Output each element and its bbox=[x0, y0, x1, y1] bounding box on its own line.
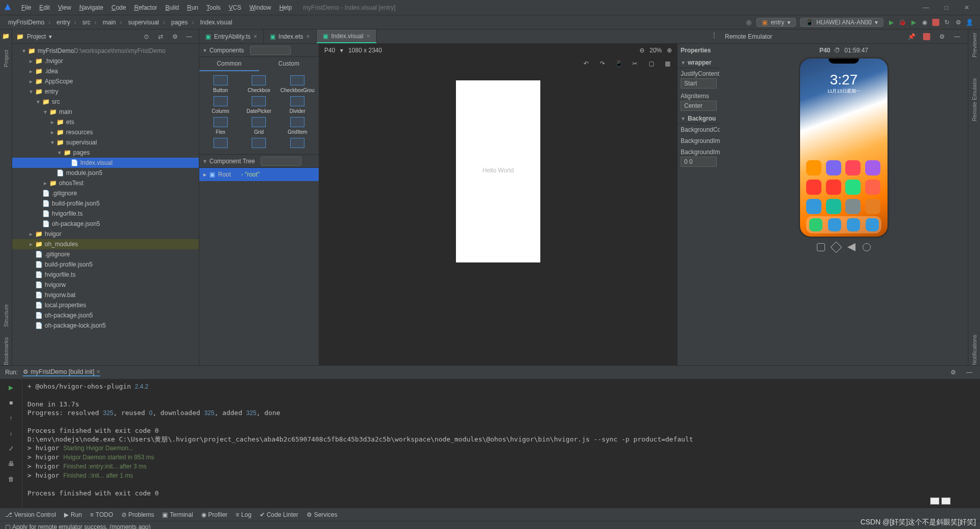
tree-item[interactable]: ▸📁.idea bbox=[12, 66, 199, 76]
bottom-tab-todo[interactable]: ≡TODO bbox=[90, 511, 113, 518]
breadcrumb[interactable]: pages bbox=[168, 19, 197, 26]
hide-panel-icon[interactable]: — bbox=[183, 31, 195, 42]
emulator-home-button[interactable] bbox=[831, 242, 842, 253]
grid-icon[interactable]: ▦ bbox=[662, 58, 673, 69]
component-item[interactable] bbox=[278, 138, 317, 150]
dock-app-icon[interactable] bbox=[847, 218, 860, 231]
app-icon[interactable] bbox=[865, 160, 880, 175]
app-icon[interactable] bbox=[845, 160, 861, 175]
menu-build[interactable]: Build bbox=[161, 4, 183, 11]
tab-custom[interactable]: Custom bbox=[259, 57, 319, 71]
bottom-tab-terminal[interactable]: ▣Terminal bbox=[162, 511, 193, 518]
bottom-tab-code-linter[interactable]: ✔Code Linter bbox=[260, 511, 298, 518]
run-button[interactable]: ▶ bbox=[885, 17, 897, 28]
tab-menu-icon[interactable]: ⋮ bbox=[709, 30, 720, 41]
property-value[interactable]: Start bbox=[681, 78, 717, 89]
tree-item[interactable]: ▸📁ohosTest bbox=[12, 178, 199, 188]
cut-icon[interactable]: ✂ bbox=[629, 58, 640, 69]
emulator-circle-button[interactable] bbox=[863, 243, 871, 251]
component-item[interactable]: DatePicker bbox=[240, 96, 279, 114]
tree-item[interactable]: ▾📁entry bbox=[12, 86, 199, 97]
editor-tab[interactable]: ▣EntryAbility.ts× bbox=[199, 30, 264, 43]
coverage-button[interactable]: ▶ bbox=[908, 17, 919, 28]
stop-run-button[interactable]: ■ bbox=[6, 397, 17, 408]
bottom-tab-version-control[interactable]: ⎇Version Control bbox=[5, 511, 56, 518]
menu-edit[interactable]: Edit bbox=[35, 4, 54, 11]
tree-item[interactable]: 📄oh-package.json5 bbox=[12, 219, 199, 229]
emulator-rail-label[interactable]: Remote Emulator bbox=[971, 78, 977, 122]
settings-icon[interactable]: ⚙ bbox=[953, 17, 964, 28]
zoom-out-icon[interactable]: ⊖ bbox=[639, 47, 645, 54]
canvas-device[interactable]: P40 bbox=[324, 47, 335, 54]
tree-item[interactable]: 📄hvigorfile.ts bbox=[12, 209, 199, 219]
structure-rail-label[interactable]: Structure bbox=[3, 304, 9, 327]
target-icon[interactable]: ◎ bbox=[743, 17, 754, 28]
undo-icon[interactable]: ↶ bbox=[580, 58, 592, 69]
project-rail-label[interactable]: Project bbox=[3, 50, 9, 67]
app-icon[interactable] bbox=[865, 199, 880, 214]
component-item[interactable]: Flex bbox=[201, 117, 240, 135]
tree-item[interactable]: ▸📁.hvigor bbox=[12, 56, 199, 66]
tree-item[interactable]: 📄module.json5 bbox=[12, 168, 199, 178]
app-icon[interactable] bbox=[806, 160, 821, 175]
tree-item[interactable]: ▸📁ets bbox=[12, 117, 199, 127]
select-opened-icon[interactable]: ⊙ bbox=[141, 31, 152, 42]
breadcrumb[interactable]: entry bbox=[53, 19, 79, 26]
bottom-tab-profiler[interactable]: ◉Profiler bbox=[201, 511, 228, 518]
bottom-tab-problems[interactable]: ⊘Problems bbox=[121, 511, 155, 518]
breadcrumb[interactable]: supervisual bbox=[125, 19, 168, 26]
bookmarks-rail-label[interactable]: Bookmarks bbox=[3, 337, 9, 365]
settings-icon[interactable]: ⚙ bbox=[169, 31, 180, 42]
breadcrumb[interactable]: myFristDemo bbox=[5, 19, 53, 26]
project-tool-icon[interactable]: 📁 bbox=[2, 33, 10, 40]
tree-item[interactable]: 📄hvigorw bbox=[12, 280, 199, 290]
print-icon[interactable]: 🖶 bbox=[6, 458, 17, 469]
component-item[interactable] bbox=[201, 138, 240, 150]
menu-help[interactable]: Help bbox=[275, 4, 296, 11]
tree-item[interactable]: ▾📁supervisual bbox=[12, 137, 199, 148]
run-settings-icon[interactable]: ⚙ bbox=[947, 367, 959, 378]
bottom-tab-log[interactable]: ≡Log bbox=[236, 511, 252, 518]
up-stack-icon[interactable]: ↑ bbox=[6, 413, 17, 424]
emulator-recents-button[interactable] bbox=[817, 243, 825, 251]
module-selector[interactable]: ▣entry▾ bbox=[756, 18, 796, 27]
component-item[interactable] bbox=[240, 138, 279, 150]
tree-item[interactable]: 📄build-profile.json5 bbox=[12, 198, 199, 209]
bottom-tab-run[interactable]: ▶Run bbox=[64, 511, 82, 518]
tree-item[interactable]: 📄hvigorw.bat bbox=[12, 290, 199, 300]
app-icon[interactable] bbox=[865, 180, 880, 195]
dock-app-icon[interactable] bbox=[828, 218, 841, 231]
previewer-rail-label[interactable]: Previewer bbox=[971, 33, 977, 57]
app-icon[interactable] bbox=[826, 160, 841, 175]
pin-icon[interactable]: 📌 bbox=[906, 31, 917, 42]
breadcrumb[interactable]: Index.visual bbox=[197, 19, 235, 26]
component-search[interactable] bbox=[250, 46, 291, 55]
tree-item[interactable]: ▾📁main bbox=[12, 107, 199, 117]
breadcrumb[interactable]: src bbox=[79, 19, 100, 26]
tree-item[interactable]: 📄oh-package.json5 bbox=[12, 310, 199, 320]
menu-view[interactable]: View bbox=[54, 4, 75, 11]
debug-button[interactable]: 🐞 bbox=[897, 17, 908, 28]
dock-app-icon[interactable] bbox=[809, 218, 822, 231]
component-item[interactable]: Checkbox bbox=[240, 75, 279, 93]
tree-item[interactable]: 📄.gitignore bbox=[12, 188, 199, 198]
redo-icon[interactable]: ↷ bbox=[597, 58, 608, 69]
stop-button[interactable] bbox=[932, 19, 939, 26]
component-tree-root[interactable]: ▸▣ Root - "root" bbox=[199, 168, 319, 181]
tree-item[interactable]: 📄.gitignore bbox=[12, 249, 199, 259]
app-icon[interactable] bbox=[826, 199, 841, 214]
emulator-screen[interactable]: 3:27 11月13日星期一 bbox=[799, 57, 889, 238]
emulator-stop-button[interactable] bbox=[923, 33, 930, 40]
tree-item[interactable]: ▾📁myFristDemo D:\workspace\hmos\myFristD… bbox=[12, 46, 199, 56]
expand-all-icon[interactable]: ⇄ bbox=[155, 31, 166, 42]
component-item[interactable]: Divider bbox=[278, 96, 317, 114]
run-hide-icon[interactable]: — bbox=[964, 367, 975, 378]
menu-file[interactable]: File bbox=[17, 4, 35, 11]
tree-item[interactable]: 📄local.properties bbox=[12, 300, 199, 310]
tree-item[interactable]: ▸📁oh_modules bbox=[12, 239, 199, 249]
view-icon[interactable]: ▢ bbox=[646, 58, 657, 69]
menu-tools[interactable]: Tools bbox=[202, 4, 225, 11]
property-value[interactable]: Center bbox=[681, 101, 717, 111]
tree-item[interactable]: 📄hvigorfile.ts bbox=[12, 270, 199, 280]
emulator-settings-icon[interactable]: ⚙ bbox=[936, 31, 947, 42]
